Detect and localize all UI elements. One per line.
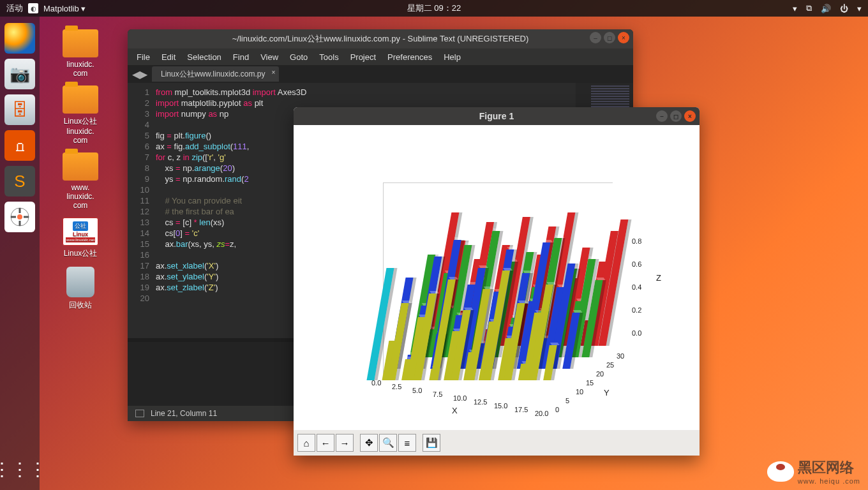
window-title: ~/linuxidc.com/Linux公社www.linuxidc.com.p… <box>232 33 529 45</box>
home-button[interactable]: ⌂ <box>297 434 315 452</box>
minimize-button[interactable]: – <box>656 110 668 122</box>
files-launcher[interactable]: 🗄 <box>4 94 35 125</box>
menu-selection[interactable]: Selection <box>187 52 221 62</box>
pan-button[interactable]: ✥ <box>360 434 378 452</box>
system-menu-chevron-icon[interactable]: ▾ <box>857 4 862 13</box>
amazon-launcher[interactable]: ⩍ <box>4 130 35 161</box>
activities-button[interactable]: 活动 <box>6 3 23 14</box>
tab-next-icon[interactable]: ▶ <box>140 68 147 80</box>
camera-app-launcher[interactable]: 📷 <box>4 59 35 89</box>
matplotlib-figure-window: Figure 1 – ◻ × X Y Z 0.00.20.40.60.80510… <box>294 107 700 456</box>
menu-preferences[interactable]: Preferences <box>387 52 432 62</box>
minimize-button[interactable]: – <box>590 32 601 43</box>
x-axis-label: X <box>452 406 458 415</box>
window-titlebar[interactable]: ~/linuxidc.com/Linux公社www.linuxidc.com.p… <box>128 29 633 48</box>
x-tick: 15.0 <box>494 402 507 410</box>
show-applications-button[interactable]: ⋮⋮⋮ <box>0 459 47 480</box>
y-tick: 10 <box>576 388 583 396</box>
z-tick: 0.6 <box>632 260 641 268</box>
forward-button[interactable]: → <box>336 434 354 452</box>
menu-bar: File Edit Selection Find View Goto Tools… <box>128 48 633 65</box>
z-tick: 0.4 <box>632 283 641 291</box>
y-tick: 0 <box>555 406 559 413</box>
z-tick: 0.8 <box>632 237 641 245</box>
svg-point-5 <box>17 214 22 219</box>
menu-tools[interactable]: Tools <box>319 52 338 62</box>
matplotlib-indicator-icon: ◐ <box>28 3 38 13</box>
tab-label: Linux公社www.linuxidc.com.py <box>161 70 265 78</box>
watermark-icon <box>767 461 794 482</box>
watermark-subtitle: www. heiqu .com <box>798 477 860 485</box>
tab-close-icon[interactable]: × <box>272 69 276 76</box>
menu-find[interactable]: Find <box>233 52 249 62</box>
y-tick: 5 <box>565 397 569 405</box>
x-tick: 10.0 <box>453 394 467 402</box>
y-axis-label: Y <box>604 388 610 397</box>
menu-project[interactable]: Project <box>350 52 376 62</box>
close-button[interactable]: × <box>618 32 629 43</box>
trash[interactable]: 回收站 <box>55 267 106 311</box>
configure-subplots-button[interactable]: ≡ <box>398 434 416 452</box>
x-tick: 7.5 <box>433 390 442 398</box>
settings-launcher[interactable] <box>4 202 35 232</box>
panel-switcher-icon[interactable] <box>135 410 144 417</box>
grid-line <box>383 182 613 183</box>
back-button[interactable]: ← <box>317 434 334 452</box>
editor-tab[interactable]: Linux公社www.linuxidc.com.py× <box>152 66 279 82</box>
menu-view[interactable]: View <box>260 52 278 62</box>
cursor-position: Line 21, Column 11 <box>151 409 217 418</box>
menu-help[interactable]: Help <box>444 52 461 62</box>
y-tick: 15 <box>586 379 594 387</box>
tab-prev-icon[interactable]: ◀ <box>132 68 140 80</box>
x-tick: 5.0 <box>412 387 422 394</box>
x-tick: 20.0 <box>535 410 548 417</box>
watermark-title: 黑区网络 <box>798 459 854 475</box>
menu-goto[interactable]: Goto <box>290 52 308 62</box>
menu-file[interactable]: File <box>137 52 150 62</box>
figure-titlebar[interactable]: Figure 1 – ◻ × <box>294 107 700 125</box>
figure-toolbar: ⌂ ← → ✥ 🔍 ≡ 💾 <box>294 430 700 456</box>
maximize-button[interactable]: ◻ <box>604 32 615 43</box>
y-tick: 30 <box>617 352 624 360</box>
z-axis-label: Z <box>656 273 661 283</box>
save-button[interactable]: 💾 <box>423 434 440 452</box>
desktop-shortcut[interactable]: 公社Linuxwww.linuxidc.netLinux公社 <box>55 218 106 259</box>
launcher-dock: 📷 🗄 ⩍ S ⋮⋮⋮ <box>0 17 40 490</box>
maximize-button[interactable]: ◻ <box>670 110 682 122</box>
desktop-folder[interactable]: linuxidc. com <box>55 29 106 78</box>
y-tick: 25 <box>606 361 614 369</box>
sublime-launcher[interactable]: S <box>4 166 35 197</box>
volume-icon[interactable]: 🔊 <box>821 4 831 13</box>
x-tick: 2.5 <box>392 383 401 390</box>
z-tick: 0.2 <box>632 306 641 314</box>
x-tick: 12.5 <box>474 398 487 406</box>
y-tick: 20 <box>596 370 604 378</box>
tab-bar: ◀▶ Linux公社www.linuxidc.com.py× <box>128 65 633 83</box>
network-icon[interactable]: ⧉ <box>806 3 812 13</box>
zoom-button[interactable]: 🔍 <box>379 434 397 452</box>
x-tick: 17.5 <box>514 406 528 413</box>
desktop-icons: linuxidc. com Linux公社 linuxidc. com www.… <box>55 29 106 311</box>
gnome-topbar: 活动 ◐ Matplotlib ▾ 星期二 09：22 ▾ ⧉ 🔊 ⏻ ▾ <box>0 0 868 17</box>
menu-edit[interactable]: Edit <box>161 52 176 62</box>
watermark: 黑区网络www. heiqu .com <box>767 458 860 485</box>
z-tick: 0.0 <box>632 329 641 337</box>
desktop-folder[interactable]: www. linuxidc. com <box>55 152 106 210</box>
figure-canvas[interactable]: X Y Z 0.00.20.40.60.80510152025300.02.55… <box>294 125 700 430</box>
desktop-folder[interactable]: Linux公社 linuxidc. com <box>55 85 106 145</box>
figure-title: Figure 1 <box>479 111 514 121</box>
indicator-chevron-icon[interactable]: ▾ <box>793 4 797 13</box>
power-icon[interactable]: ⏻ <box>840 4 848 13</box>
app-menu[interactable]: Matplotlib ▾ <box>43 4 86 13</box>
clock[interactable]: 星期二 09：22 <box>407 3 461 14</box>
close-button[interactable]: × <box>684 110 696 122</box>
line-gutter: 1234567891011121314151617181920 <box>128 83 156 338</box>
firefox-launcher[interactable] <box>4 23 35 54</box>
